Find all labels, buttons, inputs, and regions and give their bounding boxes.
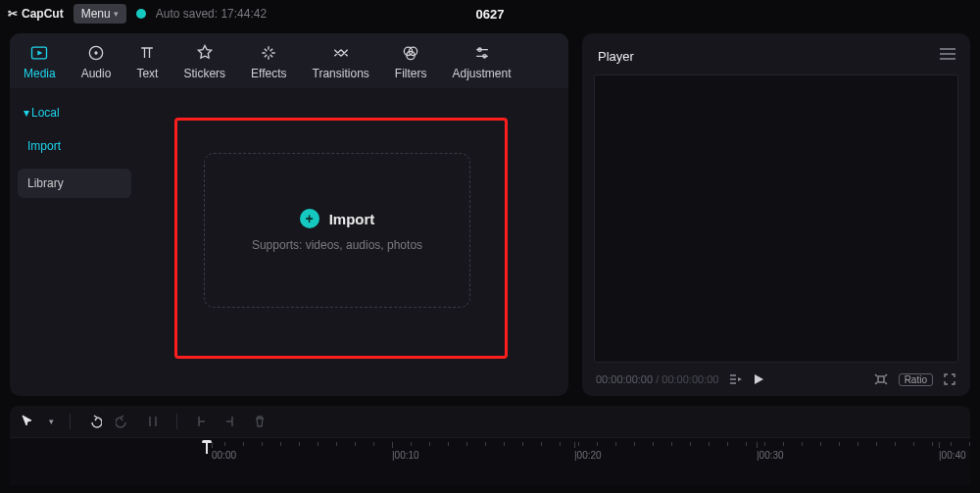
svg-point-3 [94,51,97,54]
main-row: Media Audio Text Stickers [0,27,980,396]
project-title: 0627 [476,7,505,22]
sidebar-item-label: Library [27,176,64,190]
audio-icon [86,43,106,63]
player-panel: Player 00:00:00:00 / 00:00:00:00 [582,33,970,396]
sidebar-section-local[interactable]: ▾ Local [18,102,131,123]
app-logo: ✂ CapCut [8,7,64,21]
tab-label: Effects [251,67,286,80]
tab-strip: Media Audio Text Stickers [10,33,568,88]
transitions-icon [331,43,351,63]
timeline-toolbar: ▾ [10,406,970,437]
svg-marker-10 [755,374,763,384]
tab-label: Text [136,67,158,80]
player-current-time: 00:00:00:00 [596,373,653,385]
player-controls: 00:00:00:00 / 00:00:00:00 Ratio [582,369,970,396]
tab-label: Audio [81,67,112,80]
tab-audio[interactable]: Audio [74,39,120,88]
player-timecode: 00:00:00:00 / 00:00:00:00 [596,373,718,385]
media-content-area: + Import Supports: videos, audios, photo… [139,88,568,396]
stickers-icon [195,43,215,63]
tab-filters[interactable]: Filters [387,39,435,88]
player-duration: 00:00:00:00 [662,373,718,385]
timeline-ruler[interactable]: 00:00 |00:10 |00:20 |00:30 |00:40 [10,437,970,485]
ruler-minor-ticks [206,442,970,446]
autosave-text: Auto saved: 17:44:42 [156,7,267,21]
tab-effects[interactable]: Effects [243,39,294,88]
sidebar-item-label: Import [27,139,61,153]
media-sidebar: ▾ Local Import Library [10,88,139,396]
tab-adjustment[interactable]: Adjustment [444,39,518,88]
trim-right-button[interactable] [222,414,238,429]
media-panel-body: ▾ Local Import Library + Import Supp [10,88,568,396]
logo-mark-icon: ✂ [8,7,18,21]
snapshot-icon[interactable] [873,372,889,386]
svg-rect-11 [878,376,884,382]
ruler-tick: |00:20 [574,450,602,461]
media-icon [29,43,49,63]
player-canvas[interactable] [594,74,958,363]
timeline: ▾ 00:00 |00:10 |00:20 |00:30 |00:40 [10,406,970,485]
trim-left-button[interactable] [193,414,209,429]
chevron-down-icon: ▾ [114,9,119,19]
playlist-icon[interactable] [728,372,742,386]
import-subtext: Supports: videos, audios, photos [252,238,422,252]
effects-icon [259,43,278,63]
app-name: CapCut [22,7,64,21]
tab-label: Adjustment [452,67,511,80]
undo-button[interactable] [86,414,102,429]
import-dropzone[interactable]: + Import Supports: videos, audios, photo… [204,153,470,308]
tab-text[interactable]: Text [128,39,166,88]
player-title: Player [598,49,634,64]
player-menu-button[interactable] [939,47,956,65]
ratio-label: Ratio [905,374,927,385]
tab-label: Stickers [183,67,225,80]
menu-button[interactable]: Menu ▾ [74,4,126,24]
import-row: + Import [300,209,375,228]
redo-button[interactable] [116,414,131,429]
autosave-indicator-icon [136,9,146,19]
sidebar-item-import[interactable]: Import [18,131,131,161]
ruler-tick: |00:10 [392,450,419,461]
adjustment-icon [472,43,492,63]
tab-label: Media [24,67,56,80]
player-header: Player [582,33,970,69]
chevron-down-icon: ▾ [24,106,29,120]
ruler-tick: |00:40 [939,450,966,461]
menu-button-label: Menu [81,7,111,21]
svg-marker-9 [738,377,742,381]
import-label: Import [329,211,375,227]
fullscreen-icon[interactable] [943,372,956,386]
plus-icon: + [300,209,319,228]
ruler-tick: 00:00 [212,450,236,461]
tab-transitions[interactable]: Transitions [305,39,377,88]
play-button[interactable] [752,372,765,386]
media-panel: Media Audio Text Stickers [10,33,568,396]
titlebar: ✂ CapCut Menu ▾ Auto saved: 17:44:42 062… [0,0,980,27]
tab-media[interactable]: Media [16,39,64,88]
split-button[interactable] [145,414,161,429]
tab-label: Transitions [313,67,369,80]
pointer-tool-dropdown[interactable]: ▾ [49,417,54,426]
sidebar-section-label: Local [31,106,60,120]
ratio-button[interactable]: Ratio [899,373,933,386]
delete-button[interactable] [252,414,268,429]
tab-stickers[interactable]: Stickers [175,39,233,88]
ruler-tick: |00:30 [757,450,784,461]
text-icon [137,43,157,63]
svg-marker-1 [38,51,43,56]
sidebar-item-library[interactable]: Library [18,169,131,198]
tab-label: Filters [395,67,427,80]
filters-icon [401,43,420,63]
pointer-tool[interactable] [20,414,35,429]
